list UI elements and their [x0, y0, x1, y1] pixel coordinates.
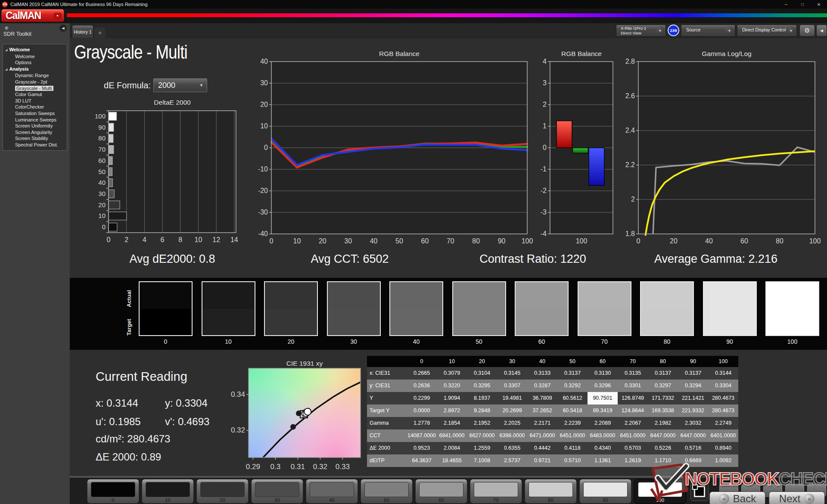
pattern-button-90[interactable]: 90	[579, 479, 631, 504]
de-formula-select[interactable]: 2000 ▼	[153, 78, 207, 92]
cie-xtick-0.29: 0.29	[246, 463, 260, 471]
back-button[interactable]: « Back	[709, 492, 765, 504]
table-cell: 2.2025	[497, 417, 527, 429]
sidebar-bullet-icon[interactable]	[4, 26, 9, 31]
swatch-target-100	[766, 309, 818, 336]
pattern-button-30[interactable]: 30	[251, 479, 303, 504]
tree-expander-icon[interactable]: ◢	[5, 68, 7, 71]
add-tab-button[interactable]: +	[94, 28, 106, 38]
menu-item-luminance-sweeps[interactable]: Luminance Sweeps	[3, 117, 67, 123]
swatch-actual-100	[766, 282, 818, 309]
grayscale-swatch-band: Actual Target 0102030405060708090100	[70, 278, 827, 350]
gear-icon[interactable]: ⚙	[799, 25, 815, 37]
table-cell: 0.9523	[407, 442, 437, 454]
chevron-down-icon[interactable]: ▼	[656, 27, 664, 35]
deltae-ytick-80: 80	[82, 134, 106, 142]
gamma-xtick-0: 0	[637, 237, 640, 245]
menu-item-spectral-power-dist-[interactable]: Spectral Power Dist.	[3, 142, 67, 148]
swatch-level-label: 10	[202, 338, 255, 345]
logo-row: CalMAN ▼	[0, 9, 827, 23]
pattern-window-button[interactable]	[690, 482, 709, 501]
pattern-button-label: 40	[306, 498, 358, 503]
table-header-row: 0102030405060708090100	[367, 356, 738, 367]
pattern-button-label: 20	[197, 498, 248, 503]
pattern-button-50[interactable]: 50	[361, 479, 413, 504]
pattern-button-60[interactable]: 60	[415, 479, 467, 504]
table-row-y: Y0.22991.90948.193719.498136.780960.5612…	[367, 392, 738, 404]
current-reading-x: x: 0.3144	[96, 397, 138, 409]
chevron-down-icon[interactable]: ▼	[725, 27, 734, 35]
menu-item-color-gamut[interactable]: Color Gamut	[3, 91, 67, 98]
chevron-down-icon[interactable]: ▼	[787, 27, 795, 35]
close-button[interactable]: ✕	[811, 0, 827, 9]
maximize-button[interactable]: □	[794, 0, 811, 9]
sidebar-collapse-icon[interactable]: ◀	[59, 25, 67, 32]
tree-expander-icon[interactable]: ◢	[5, 48, 7, 51]
menu-item-colorchecker[interactable]: ColorChecker	[3, 104, 67, 110]
table-col-header-20: 20	[467, 356, 497, 367]
menu-item-screen-uniformity[interactable]: Screen Uniformity	[3, 123, 67, 129]
swatch-actual-30	[328, 282, 380, 309]
panel-collapse-icon[interactable]: ◀	[816, 25, 827, 37]
deltae-xtick-2: 2	[124, 236, 128, 244]
rgbbar-xtick-100: 100	[576, 237, 588, 245]
pattern-button-0[interactable]: 0	[87, 479, 139, 504]
de-formula-label: dE Formula:	[96, 81, 151, 90]
stat-average-gamma: Average Gamma: 2.216	[654, 252, 777, 266]
menu-item-screen-stability[interactable]: Screen Stability	[3, 135, 67, 142]
tab-history-1[interactable]: History 1	[72, 25, 93, 38]
menu-item-3d-lut[interactable]: 3D LUT	[3, 98, 67, 104]
table-cell: 6447.0000	[648, 429, 678, 442]
menu-item-grayscale-2pt[interactable]: Grayscale - 2pt	[3, 79, 67, 85]
table-cell: 0.3220	[437, 380, 467, 392]
deltae-ytick-30: 30	[82, 190, 106, 197]
menu-item-options[interactable]: Options	[3, 59, 67, 66]
pattern-button-70[interactable]: 70	[470, 479, 522, 504]
menu-group-analysis[interactable]: ◢Analysis	[3, 66, 67, 73]
pattern-button-80[interactable]: 80	[525, 479, 577, 504]
minimize-button[interactable]: ─	[778, 0, 794, 9]
display-status-strip	[738, 26, 740, 35]
sidebar-title: SDR Toolkit	[3, 31, 31, 37]
meter-dropdown[interactable]: X-Rite i1Pro 2 Direct View ▼	[616, 25, 666, 37]
source-dropdown[interactable]: Source ▼	[681, 25, 735, 37]
table-cell: 169.3538	[648, 404, 678, 417]
table-cell: 0.6355	[497, 442, 527, 454]
rgbline-xtick-50: 50	[395, 237, 403, 245]
rgbline-ytick--30: -30	[243, 208, 268, 216]
grayscale-swatch-40	[389, 281, 443, 336]
pattern-button-10[interactable]: 10	[142, 479, 194, 504]
table-col-header-70: 70	[618, 356, 648, 367]
menu-item-dynamic-range[interactable]: Dynamic Range	[3, 72, 67, 79]
next-button[interactable]: Next »	[769, 492, 825, 504]
pattern-button-20[interactable]: 20	[196, 479, 249, 504]
table-cell: 6451.0000	[618, 429, 648, 442]
menu-item-saturation-sweeps[interactable]: Saturation Sweeps	[3, 110, 67, 117]
menu-item-grayscale-multi[interactable]: Grayscale - Multi	[3, 85, 67, 92]
swatch-level-label: 50	[452, 338, 506, 345]
menu-item-screen-angularity[interactable]: Screen Angularity	[3, 129, 67, 136]
pattern-button-label: 100	[634, 498, 686, 503]
table-cell: 2.1982	[648, 417, 678, 429]
menu-group-welcome[interactable]: ◢Welcome	[3, 47, 67, 53]
table-cell: 37.2652	[527, 404, 557, 417]
deltae-chart-title: DeltaE 2000	[154, 99, 190, 106]
back-chevron-icon: «	[719, 494, 729, 504]
calman-logo-button[interactable]: CalMAN ▼	[1, 9, 64, 22]
table-cell: 0.2299	[407, 392, 437, 404]
pattern-button-100[interactable]: 100	[634, 479, 686, 504]
table-cell: 0.6669	[678, 454, 708, 467]
table-cell: 280.4673	[708, 392, 738, 404]
menu-item-welcome[interactable]: Welcome	[3, 53, 67, 60]
pattern-button-label: 70	[470, 498, 522, 503]
gamma-ytick-2.6: 2.6	[616, 92, 635, 100]
swatch-level-label: 40	[389, 338, 443, 345]
pattern-button-40[interactable]: 40	[306, 479, 358, 504]
display-control-dropdown[interactable]: Direct Display Control ▼	[737, 25, 797, 37]
stat-avg-cct: Avg CCT: 6502	[311, 252, 389, 266]
rgbline-ytick-30: 30	[243, 79, 268, 87]
cie-xtick-0.3: 0.3	[270, 463, 281, 471]
rgbline-ytick--10: -10	[243, 165, 268, 173]
table-cell: 1.1710	[648, 454, 678, 467]
deltae-xtick-12: 12	[212, 236, 220, 244]
